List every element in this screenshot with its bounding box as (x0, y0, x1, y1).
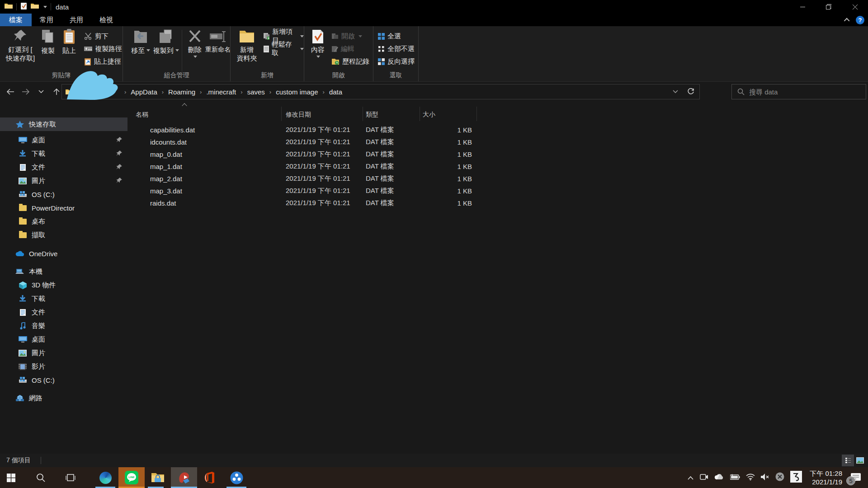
tab-file[interactable]: 檔案 (0, 14, 32, 26)
easy-access-button[interactable]: 輕鬆存取 (263, 43, 304, 54)
breadcrumb-item[interactable]: Roaming (165, 87, 198, 97)
sidebar-item-this-pc[interactable]: 本機 (0, 265, 127, 278)
copy-to-button[interactable]: 複製到 (153, 29, 179, 55)
open-button[interactable]: 開啟 (331, 31, 362, 42)
meet-now-icon[interactable] (699, 473, 708, 483)
sidebar-item-os-c-pc[interactable]: OS (C:) (0, 373, 127, 387)
close-button[interactable] (842, 0, 868, 14)
help-icon[interactable]: ? (856, 16, 864, 24)
battery-icon[interactable] (730, 474, 740, 482)
sidebar-item-desktop[interactable]: 桌面 (0, 133, 127, 147)
invert-selection-button[interactable]: 反向選擇 (378, 56, 415, 67)
sidebar-item-pictures-pc[interactable]: 圖片 (0, 346, 127, 360)
breadcrumb-item[interactable]: saves (245, 87, 268, 97)
select-none-button[interactable]: 全部不選 (378, 43, 415, 54)
start-button[interactable] (0, 467, 22, 488)
show-hidden-icons-button[interactable] (688, 474, 693, 482)
thumbnail-view-button[interactable] (854, 455, 866, 466)
taskbar-app-office[interactable] (197, 467, 223, 488)
new-folder-button[interactable]: 新增資料夾 (234, 29, 259, 62)
action-center-button[interactable]: 5 (848, 467, 863, 488)
file-row[interactable]: capabilities.dat 2021/1/19 下午 01:21 DAT … (127, 124, 625, 136)
sidebar-item-os-c[interactable]: OS (C:) (0, 188, 127, 201)
delete-button[interactable]: 刪除 (184, 29, 205, 58)
sidebar-item-powerdirector[interactable]: PowerDirector (0, 201, 127, 215)
search-box[interactable] (731, 84, 866, 99)
refresh-button[interactable] (683, 84, 698, 99)
sidebar-item-network[interactable]: 網路 (0, 391, 127, 405)
move-to-button[interactable]: 移至 (130, 29, 151, 55)
breadcrumb-item[interactable]: AppData (128, 87, 160, 97)
file-row[interactable]: idcounts.dat 2021/1/19 下午 01:21 DAT 檔案 1… (127, 136, 625, 148)
column-header-date[interactable]: 修改日期 (286, 108, 362, 121)
ime-indicator[interactable] (790, 471, 802, 484)
pin-to-quick-access-button[interactable]: 釘選到 [快速存取] (4, 29, 37, 62)
address-bar[interactable]: › AppData › Roaming › .minecraft › saves… (61, 84, 700, 99)
sidebar-item-onedrive[interactable]: OneDrive (0, 247, 127, 260)
recent-locations-button[interactable] (33, 84, 49, 99)
sidebar-item-wallpaper[interactable]: 桌布 (0, 215, 127, 228)
details-view-button[interactable] (842, 455, 854, 466)
paste-shortcut-button[interactable]: 貼上捷徑 (84, 56, 121, 67)
qat-new-folder-icon[interactable] (31, 3, 39, 11)
onedrive-tray-icon[interactable] (714, 474, 724, 482)
file-row[interactable]: map_2.dat 2021/1/19 下午 01:21 DAT 檔案 1 KB (127, 173, 625, 185)
address-dropdown-button[interactable] (668, 84, 683, 99)
cut-button[interactable]: 剪下 (84, 31, 108, 42)
taskbar-app-edge[interactable] (92, 467, 118, 488)
rename-button[interactable]: 重新命名 (205, 29, 231, 54)
breadcrumb-item[interactable]: data (326, 87, 345, 97)
select-all-button[interactable]: 全選 (378, 31, 401, 42)
edit-button[interactable]: 編輯 (331, 43, 354, 54)
file-row[interactable]: map_3.dat 2021/1/19 下午 01:21 DAT 檔案 1 KB (127, 185, 625, 197)
volume-muted-icon[interactable] (761, 474, 769, 482)
wifi-icon[interactable] (746, 474, 755, 482)
column-divider[interactable] (420, 107, 420, 121)
copy-button[interactable]: 複製 (38, 29, 58, 55)
file-row[interactable]: map_0.dat 2021/1/19 下午 01:21 DAT 檔案 1 KB (127, 148, 625, 160)
sidebar-item-captures[interactable]: 擷取 (0, 228, 127, 242)
sidebar-item-videos[interactable]: 影片 (0, 360, 127, 373)
maximize-button[interactable] (816, 0, 842, 14)
tab-share[interactable]: 共用 (61, 14, 91, 26)
collapse-ribbon-icon[interactable] (844, 18, 850, 23)
taskbar-app-line[interactable]: LINE (118, 467, 145, 488)
sidebar-item-downloads-pc[interactable]: 下載 (0, 292, 127, 305)
copy-path-button[interactable]: 複製路徑 (84, 43, 122, 54)
tab-home[interactable]: 常用 (32, 14, 61, 26)
column-divider[interactable] (476, 107, 477, 121)
sidebar-item-pictures[interactable]: 圖片 (0, 174, 127, 188)
taskbar-app-powerdirector[interactable] (171, 467, 197, 488)
column-header-type[interactable]: 類型 (366, 108, 420, 121)
breadcrumb-item[interactable]: custom image (273, 87, 321, 97)
forward-button[interactable] (18, 84, 33, 99)
search-input[interactable] (749, 88, 849, 96)
column-header-name[interactable]: 名稱 (136, 108, 280, 121)
tab-view[interactable]: 檢視 (91, 14, 121, 26)
file-row[interactable]: map_1.dat 2021/1/19 下午 01:21 DAT 檔案 1 KB (127, 160, 625, 173)
history-button[interactable]: 歷程記錄 (331, 56, 369, 67)
breadcrumb-item[interactable]: .minecraft (203, 87, 239, 97)
qat-properties-icon[interactable] (20, 2, 27, 12)
sidebar-item-3d-objects[interactable]: 3D 物件 (0, 278, 127, 292)
sidebar-item-documents[interactable]: 文件 (0, 160, 127, 174)
paste-button[interactable]: 貼上 (60, 29, 79, 55)
properties-button[interactable]: 內容 (308, 29, 328, 58)
qat-customize-chevron-icon[interactable] (43, 6, 47, 8)
task-view-button[interactable] (60, 467, 81, 488)
column-header-size[interactable]: 大小 (423, 108, 472, 121)
sidebar-item-music[interactable]: 音樂 (0, 319, 127, 333)
file-row[interactable]: raids.dat 2021/1/19 下午 01:21 DAT 檔案 1 KB (127, 197, 625, 209)
taskbar-app-blue-circle[interactable] (223, 467, 250, 488)
back-button[interactable] (3, 84, 18, 99)
taskbar-clock[interactable]: 下午 01:28 2021/1/19 (810, 469, 842, 486)
column-divider[interactable] (281, 107, 282, 121)
minimize-button[interactable] (789, 0, 816, 14)
sidebar-item-downloads[interactable]: 下載 (0, 147, 127, 160)
tray-app-close-icon[interactable] (775, 472, 784, 483)
sidebar-item-documents-pc[interactable]: 文件 (0, 305, 127, 319)
taskbar-app-file-explorer[interactable] (145, 467, 171, 488)
taskbar-search-button[interactable] (30, 467, 52, 488)
column-divider[interactable] (363, 107, 363, 121)
sidebar-item-quick-access[interactable]: 快速存取 (0, 117, 127, 131)
